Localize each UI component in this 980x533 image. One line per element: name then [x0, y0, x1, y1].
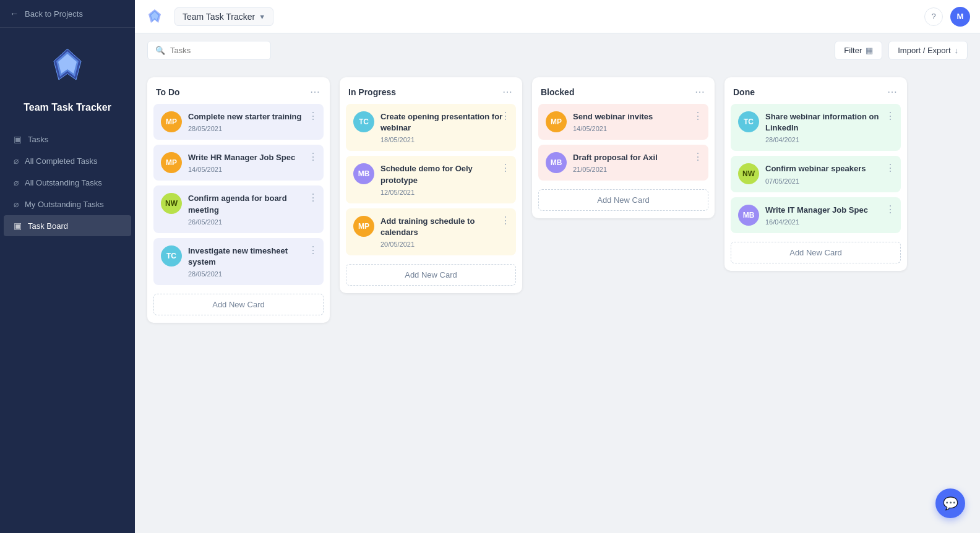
card-c7-menu[interactable]: ⋮	[501, 215, 511, 226]
sidebar-item-task-board-label: Task Board	[28, 221, 68, 231]
sidebar-item-my-outstanding[interactable]: ⌀ My Outstanding Tasks	[4, 194, 131, 215]
sidebar-item-my-outstanding-label: My Outstanding Tasks	[25, 200, 104, 209]
logo-area	[0, 28, 135, 102]
add-card-todo[interactable]: Add New Card	[153, 294, 324, 315]
card-c6-title: Schedule demo for Oely prototype	[380, 163, 509, 185]
card-c12[interactable]: MB Write IT Manager Job Spec 16/04/2021 …	[731, 197, 901, 233]
card-c12-date: 16/04/2021	[765, 218, 893, 226]
card-c5-date: 18/05/2021	[380, 136, 509, 143]
card-c12-title: Write IT Manager Job Spec	[765, 205, 893, 216]
card-c11-content: Confirm webinar speakers 07/05/2021	[765, 163, 893, 184]
card-c9-menu[interactable]: ⋮	[693, 151, 703, 163]
filter-icon: ▦	[866, 46, 873, 55]
card-c10-date: 28/04/2021	[765, 136, 893, 143]
back-label: Back to Projects	[25, 9, 83, 19]
column-todo-menu[interactable]: ⋯	[310, 86, 321, 98]
column-inprogress-header: In Progress ⋯	[340, 77, 522, 104]
card-c10-content: Share webinar information on LinkedIn 28…	[765, 111, 893, 143]
card-c2[interactable]: MP Write HR Manager Job Spec 14/05/2021 …	[153, 145, 324, 181]
column-inprogress-menu[interactable]: ⋯	[502, 86, 514, 98]
card-c9[interactable]: MB Draft proposal for Axil 21/05/2021 ⋮	[538, 145, 708, 181]
card-c5-menu[interactable]: ⋮	[501, 110, 511, 122]
avatar-c1: MP	[161, 111, 182, 132]
card-c11-menu[interactable]: ⋮	[885, 162, 896, 174]
card-c1-menu[interactable]: ⋮	[308, 110, 319, 122]
column-done-title: Done	[733, 87, 755, 97]
column-inprogress: In Progress ⋯ TC Create opening presenta…	[340, 77, 522, 293]
search-icon: 🔍	[155, 46, 165, 55]
column-blocked-title: Blocked	[541, 87, 574, 97]
card-c11-date: 07/05/2021	[765, 177, 893, 185]
sidebar-item-all-completed[interactable]: ⌀ All Completed Tasks	[4, 150, 131, 171]
card-c8[interactable]: MP Send webinar invites 14/05/2021 ⋮	[538, 104, 708, 140]
column-todo-title: To Do	[156, 87, 180, 97]
avatar-c12: MB	[738, 205, 759, 226]
card-c10-title: Share webinar information on LinkedIn	[765, 111, 893, 134]
sidebar: ← Back to Projects Team Task Tracker ▣ T…	[0, 0, 135, 533]
outstanding-icon: ⌀	[14, 177, 19, 187]
board-icon: ▣	[14, 221, 22, 231]
avatar-c7: MP	[353, 216, 374, 237]
my-outstanding-icon: ⌀	[14, 199, 19, 209]
card-c10[interactable]: TC Share webinar information on LinkedIn…	[731, 104, 901, 151]
avatar-c4: TC	[161, 245, 182, 266]
sidebar-item-tasks-label: Tasks	[28, 135, 48, 144]
avatar-c9: MB	[546, 152, 567, 173]
chat-button[interactable]: 💬	[935, 488, 965, 518]
card-c12-content: Write IT Manager Job Spec 16/04/2021	[765, 205, 893, 226]
card-c6-menu[interactable]: ⋮	[501, 162, 511, 174]
card-c3[interactable]: NW Confirm agenda for board meeting 26/0…	[153, 185, 324, 232]
column-done: Done ⋯ TC Share webinar information on L…	[724, 77, 907, 271]
column-inprogress-title: In Progress	[348, 87, 396, 97]
search-box[interactable]: 🔍	[147, 41, 271, 60]
sidebar-item-task-board[interactable]: ▣ Task Board	[4, 215, 131, 236]
card-c11-title: Confirm webinar speakers	[765, 163, 893, 174]
chevron-down-icon: ▼	[259, 13, 265, 20]
card-c9-date: 21/05/2021	[573, 166, 701, 173]
topbar-logo-icon	[145, 7, 165, 27]
card-c5[interactable]: TC Create opening presentation for webin…	[346, 104, 516, 151]
card-c3-date: 26/05/2021	[188, 218, 316, 226]
card-c11[interactable]: NW Confirm webinar speakers 07/05/2021 ⋮	[731, 156, 901, 192]
column-blocked: Blocked ⋯ MP Send webinar invites 14/05/…	[532, 77, 715, 218]
avatar-c11: NW	[738, 163, 759, 184]
card-c2-menu[interactable]: ⋮	[308, 151, 319, 163]
card-c1[interactable]: MP Complete new starter training 28/05/2…	[153, 104, 324, 140]
card-c7-date: 20/05/2021	[380, 241, 509, 248]
column-blocked-menu[interactable]: ⋯	[695, 86, 706, 98]
card-c12-menu[interactable]: ⋮	[885, 203, 896, 215]
card-c8-title: Send webinar invites	[573, 111, 701, 122]
back-to-projects[interactable]: ← Back to Projects	[0, 0, 135, 28]
sidebar-item-tasks[interactable]: ▣ Tasks	[4, 129, 131, 150]
card-c4[interactable]: TC Investigate new timesheet system 28/0…	[153, 238, 324, 285]
filter-button[interactable]: Filter ▦	[835, 41, 882, 60]
column-done-menu[interactable]: ⋯	[887, 86, 898, 98]
help-button[interactable]: ?	[924, 7, 943, 26]
main-area: Team Task Tracker ▼ ? M 🔍 Filter ▦ Impor…	[135, 0, 980, 533]
user-avatar[interactable]: M	[950, 7, 970, 27]
card-c8-menu[interactable]: ⋮	[693, 110, 703, 122]
sidebar-item-all-outstanding[interactable]: ⌀ All Outstanding Tasks	[4, 172, 131, 193]
add-card-blocked[interactable]: Add New Card	[538, 189, 708, 211]
sidebar-item-all-completed-label: All Completed Tasks	[25, 156, 98, 166]
card-c7[interactable]: MP Add training schedule to calendars 20…	[346, 208, 516, 255]
card-c1-content: Complete new starter training 28/05/2021	[188, 111, 316, 132]
card-c2-title: Write HR Manager Job Spec	[188, 152, 316, 163]
card-c4-title: Investigate new timesheet system	[188, 245, 316, 268]
add-card-done[interactable]: Add New Card	[731, 242, 901, 263]
task-board: To Do ⋯ MP Complete new starter training…	[135, 67, 980, 533]
card-c3-menu[interactable]: ⋮	[308, 192, 319, 203]
app-logo	[43, 43, 92, 92]
import-export-button[interactable]: Import / Export ↓	[888, 41, 968, 60]
add-card-inprogress[interactable]: Add New Card	[346, 264, 516, 286]
search-input[interactable]	[170, 46, 263, 55]
card-c3-content: Confirm agenda for board meeting 26/05/2…	[188, 193, 316, 225]
card-c2-date: 14/05/2021	[188, 166, 316, 173]
card-c6[interactable]: MB Schedule demo for Oely prototype 12/0…	[346, 156, 516, 203]
card-c8-content: Send webinar invites 14/05/2021	[573, 111, 701, 132]
project-selector[interactable]: Team Task Tracker ▼	[174, 7, 273, 26]
card-c4-menu[interactable]: ⋮	[308, 244, 319, 256]
chat-icon: 💬	[943, 496, 958, 511]
column-inprogress-body: TC Create opening presentation for webin…	[340, 104, 522, 260]
card-c10-menu[interactable]: ⋮	[885, 110, 896, 122]
